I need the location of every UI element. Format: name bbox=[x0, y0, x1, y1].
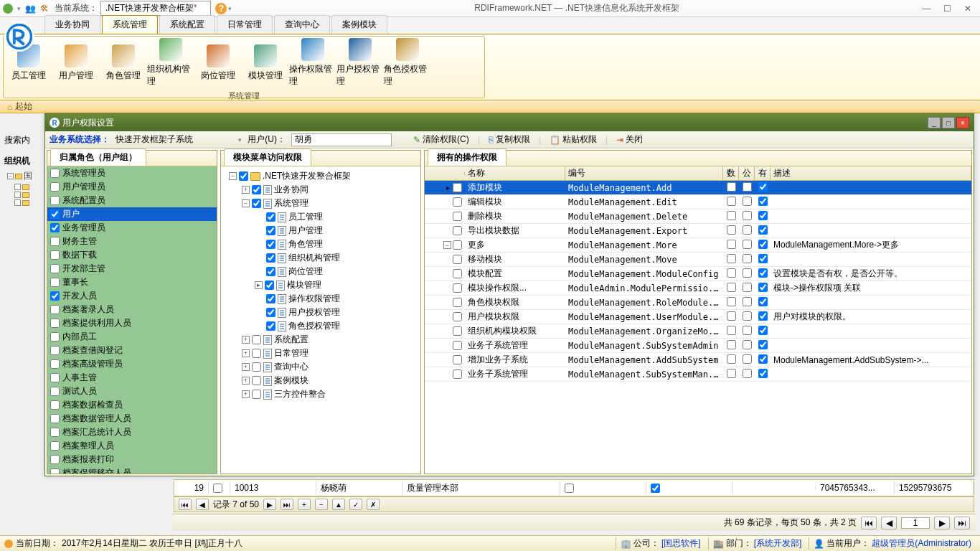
module-tree-node[interactable]: +系统配置 bbox=[224, 333, 418, 347]
role-item[interactable]: 数据下载 bbox=[47, 248, 217, 262]
role-item[interactable]: 系统管理员 bbox=[47, 166, 217, 180]
module-checkbox[interactable] bbox=[266, 308, 275, 317]
module-checkbox[interactable] bbox=[266, 226, 275, 235]
col-desc[interactable]: 描述 bbox=[771, 166, 971, 181]
ribbon-item[interactable]: 用户管理 bbox=[52, 38, 100, 88]
help-icon[interactable]: ? bbox=[215, 3, 227, 14]
paste-permission-button[interactable]: 📋粘贴权限 bbox=[547, 132, 600, 147]
role-item[interactable]: 内部员工 bbox=[47, 330, 217, 344]
role-checkbox[interactable] bbox=[50, 414, 60, 423]
perm-node-checkbox[interactable] bbox=[453, 255, 462, 264]
tab-start[interactable]: 起始 bbox=[15, 100, 32, 113]
perm-c2[interactable] bbox=[743, 197, 752, 206]
role-checkbox[interactable] bbox=[50, 441, 60, 451]
perm-c2[interactable] bbox=[743, 254, 752, 263]
role-checkbox[interactable] bbox=[50, 182, 60, 192]
ribbon-item[interactable]: 用户授权管理 bbox=[336, 38, 384, 88]
perm-node-checkbox[interactable] bbox=[453, 326, 462, 336]
perm-c3[interactable] bbox=[758, 268, 768, 278]
role-item[interactable]: 档案高级管理员 bbox=[47, 357, 217, 371]
role-item[interactable]: 档案数据管理人员 bbox=[47, 412, 217, 425]
module-tree-node[interactable]: +业务协同 bbox=[224, 183, 418, 197]
perm-c1[interactable] bbox=[727, 211, 736, 220]
perm-c3[interactable] bbox=[758, 182, 768, 192]
role-checkbox[interactable] bbox=[50, 169, 60, 178]
row-checkbox[interactable] bbox=[213, 484, 222, 493]
perm-node-checkbox[interactable] bbox=[453, 240, 462, 250]
module-checkbox[interactable] bbox=[252, 199, 261, 208]
module-tree-node[interactable]: 用户管理 bbox=[224, 224, 418, 237]
role-item[interactable]: 开发部主管 bbox=[47, 262, 217, 276]
role-checkbox[interactable] bbox=[50, 468, 60, 474]
module-tree-node[interactable]: ▸模块管理 bbox=[224, 278, 418, 292]
role-checkbox[interactable] bbox=[50, 455, 60, 464]
perm-c1[interactable] bbox=[727, 225, 736, 235]
main-tab[interactable]: 查询中心 bbox=[274, 15, 330, 34]
module-tree-node[interactable]: −.NET快速开发整合框架 bbox=[224, 169, 418, 183]
perm-c1[interactable] bbox=[727, 283, 736, 292]
system-select[interactable]: .NET快速开发整合框架 ▾ bbox=[100, 1, 211, 16]
tree-toggle[interactable]: + bbox=[242, 336, 250, 344]
nav-cancel-button[interactable]: ✗ bbox=[367, 499, 380, 510]
col-c3[interactable]: 有 bbox=[755, 166, 771, 181]
role-item[interactable]: 系统配置员 bbox=[47, 194, 217, 207]
role-item[interactable]: 档案保管移交人员 bbox=[47, 466, 217, 474]
perm-c3[interactable] bbox=[758, 326, 768, 335]
role-item[interactable]: 档案汇总统计人员 bbox=[47, 425, 217, 439]
module-checkbox[interactable] bbox=[266, 294, 275, 303]
module-tree-node[interactable]: +三方控件整合 bbox=[224, 387, 418, 401]
perm-node-checkbox[interactable] bbox=[453, 197, 462, 207]
perm-c3[interactable] bbox=[758, 197, 768, 206]
module-tree-node[interactable]: +日常管理 bbox=[224, 347, 418, 360]
module-tree-node[interactable]: 员工管理 bbox=[224, 210, 418, 224]
tree-toggle[interactable]: − bbox=[242, 199, 250, 207]
nav-next-button[interactable]: ▶ bbox=[263, 499, 276, 510]
perm-c3[interactable] bbox=[758, 283, 768, 292]
nav-first-button[interactable]: ⏮ bbox=[179, 499, 192, 510]
module-checkbox[interactable] bbox=[266, 212, 275, 222]
role-checkbox[interactable] bbox=[50, 346, 60, 355]
perm-c2[interactable] bbox=[743, 354, 752, 364]
role-checkbox[interactable] bbox=[50, 196, 60, 205]
permission-row[interactable]: 增加业务子系统ModuleManagement.AddSubSystemModu… bbox=[425, 353, 971, 367]
perm-c1[interactable] bbox=[727, 254, 736, 263]
role-checkbox[interactable] bbox=[50, 291, 60, 301]
org-tree-node[interactable] bbox=[6, 191, 42, 199]
inner-close-button[interactable]: × bbox=[956, 117, 969, 128]
perm-node-checkbox[interactable] bbox=[453, 355, 462, 364]
role-checkbox[interactable] bbox=[50, 373, 60, 382]
page-first-button[interactable]: ⏮ bbox=[861, 517, 877, 529]
clear-permission-button[interactable]: ✎清除权限(C) bbox=[410, 132, 472, 147]
row-checkbox[interactable] bbox=[651, 484, 660, 493]
role-checkbox[interactable] bbox=[50, 209, 60, 219]
perm-c3[interactable] bbox=[758, 354, 768, 364]
role-checkbox[interactable] bbox=[50, 319, 60, 328]
role-checkbox[interactable] bbox=[50, 237, 60, 246]
inner-maximize-button[interactable]: □ bbox=[942, 117, 955, 128]
permission-row[interactable]: 删除模块ModuleManagement.Delete bbox=[425, 209, 971, 224]
page-last-button[interactable]: ⏭ bbox=[954, 517, 970, 529]
role-checkbox[interactable] bbox=[50, 250, 60, 260]
dropdown-icon[interactable]: ▾ bbox=[17, 5, 21, 12]
module-tree-node[interactable]: 角色授权管理 bbox=[224, 319, 418, 333]
perm-c3[interactable] bbox=[758, 369, 768, 378]
perm-c1[interactable] bbox=[727, 297, 736, 306]
org-tree-node[interactable] bbox=[6, 199, 42, 207]
perm-node-checkbox[interactable] bbox=[453, 298, 462, 307]
role-item[interactable]: 档案著录人员 bbox=[47, 303, 217, 316]
module-tree-node[interactable]: +案例模块 bbox=[224, 374, 418, 387]
tree-toggle[interactable]: + bbox=[242, 390, 250, 398]
role-checkbox[interactable] bbox=[50, 264, 60, 273]
close-button[interactable]: ⇥关闭 bbox=[613, 132, 646, 147]
role-item[interactable]: 用户 bbox=[47, 207, 217, 221]
role-item[interactable]: 财务主管 bbox=[47, 235, 217, 248]
module-checkbox[interactable] bbox=[266, 321, 275, 331]
module-checkbox[interactable] bbox=[252, 335, 261, 344]
permission-row[interactable]: 用户模块权限ModuleManagement.UserModule...用户对模… bbox=[425, 310, 971, 324]
module-checkbox[interactable] bbox=[265, 281, 274, 290]
permission-row[interactable]: −更多ModuleManagement.MoreModuleManagement… bbox=[425, 238, 971, 253]
role-checkbox[interactable] bbox=[50, 332, 60, 342]
perm-c1[interactable] bbox=[727, 340, 736, 349]
tree-toggle[interactable]: + bbox=[242, 377, 250, 385]
perm-c1[interactable] bbox=[727, 354, 736, 364]
